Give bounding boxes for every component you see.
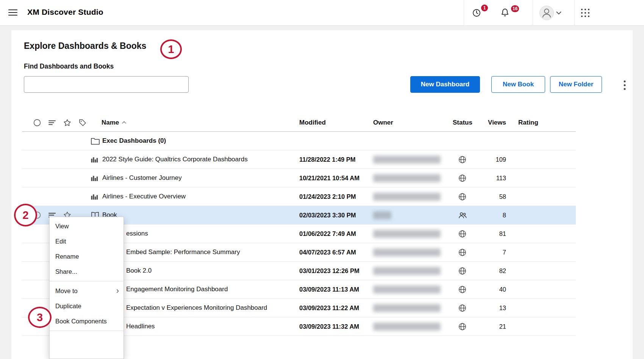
context-menu: ViewEditRenameShare...Move to›DuplicateB… — [49, 217, 124, 359]
public-globe-icon — [458, 158, 466, 165]
row-status-cell — [441, 286, 477, 293]
dashboard-icon — [91, 193, 101, 200]
row-owner-cell — [366, 211, 441, 219]
row-name-text: 2022 Style Guide: Qualtrics Corporate Da… — [102, 156, 248, 163]
menu-item-share[interactable]: Share... — [50, 264, 123, 279]
search-input[interactable] — [24, 76, 189, 93]
row-modified-cell: 03/09/2023 11:13 AM — [288, 286, 366, 293]
table-row[interactable]: Airlines - Customer Journey10/21/2021 10… — [22, 169, 576, 187]
row-views-cell: 81 — [477, 230, 507, 237]
row-views-cell: 13 — [477, 304, 507, 312]
row-modified-cell: 04/07/2023 6:57 AM — [288, 249, 366, 256]
owner-name-blurred — [373, 304, 441, 312]
table-row[interactable]: 2022 Style Guide: Qualtrics Corporate Da… — [22, 150, 576, 169]
menu-item-view[interactable]: View — [50, 219, 123, 234]
select-all-circle-icon[interactable] — [33, 119, 41, 126]
row-name-cell[interactable]: Exec Dashboards (0) — [88, 137, 288, 145]
search-label: Find Dashboards and Books — [24, 62, 114, 70]
row-owner-cell — [366, 230, 441, 238]
annotation-circle-2: 2 — [14, 204, 37, 226]
row-views-cell: 7 — [477, 249, 507, 256]
row-status-cell — [441, 267, 477, 275]
hamburger-menu-icon[interactable] — [8, 9, 17, 16]
public-globe-icon — [458, 195, 466, 202]
row-status-cell — [441, 174, 477, 182]
dashboard-icon — [91, 175, 101, 181]
new-book-button[interactable]: New Book — [491, 76, 545, 93]
row-modified-cell: 02/03/2023 3:30 PM — [288, 212, 366, 219]
more-options-kebab-icon[interactable] — [619, 80, 630, 91]
owner-name-blurred — [373, 156, 441, 164]
public-globe-icon — [458, 325, 466, 332]
row-name-text: Airlines - Executive Overview — [102, 193, 186, 200]
menu-item-label: View — [55, 223, 69, 230]
page-title: Explore Dashboards & Books — [24, 41, 146, 51]
column-header-name[interactable]: Name — [88, 119, 288, 126]
tag-filter-icon[interactable] — [79, 119, 86, 126]
row-name-text: Exec Dashboards (0) — [102, 137, 166, 145]
row-status-cell — [441, 156, 477, 164]
row-status-cell — [441, 323, 477, 331]
row-status-cell — [441, 248, 477, 256]
alerts-clock-icon[interactable] — [472, 8, 481, 17]
user-avatar[interactable] — [539, 6, 554, 20]
menu-divider — [50, 281, 123, 281]
avatar-chevron-down-icon[interactable] — [556, 11, 561, 15]
menu-item-label: Edit — [55, 238, 66, 245]
new-dashboard-button[interactable]: New Dashboard — [410, 76, 480, 93]
filter-lines-icon[interactable] — [48, 120, 56, 126]
row-modified-cell: 11/28/2022 1:49 PM — [288, 156, 366, 163]
screen: XM Discover Studio 1 16 Explore Dashboar… — [0, 0, 644, 359]
menu-item-move-to[interactable]: Move to› — [50, 283, 123, 298]
row-name-text: Book 2.0 — [126, 267, 152, 275]
row-name-text: essions — [126, 230, 148, 237]
menu-item-duplicate[interactable]: Duplicate — [50, 298, 123, 314]
star-filter-icon[interactable] — [63, 119, 71, 126]
row-modified-cell: 10/21/2021 10:54 AM — [288, 175, 366, 182]
owner-name-blurred — [373, 211, 391, 219]
owner-name-blurred — [373, 248, 441, 256]
row-views-cell: 21 — [477, 323, 507, 330]
table-row[interactable]: Exec Dashboards (0) — [22, 132, 576, 150]
row-status-cell — [441, 230, 477, 238]
row-name-cell[interactable]: 2022 Style Guide: Qualtrics Corporate Da… — [88, 156, 288, 163]
app-switcher-waffle-icon[interactable] — [580, 8, 590, 18]
column-header-views[interactable]: Views — [477, 119, 507, 126]
menu-item-rename[interactable]: Rename — [50, 249, 123, 264]
row-name-cell[interactable]: Airlines - Executive Overview — [88, 193, 288, 200]
row-owner-cell — [366, 174, 441, 182]
column-header-rating[interactable]: Rating — [507, 119, 576, 126]
owner-name-blurred — [373, 230, 441, 238]
table-row[interactable]: Airlines - Executive Overview01/24/2023 … — [22, 187, 576, 206]
menu-item-label: Duplicate — [55, 303, 81, 310]
row-owner-cell — [366, 267, 441, 275]
row-name-text: Engagement Monitoring Dashboard — [126, 286, 228, 293]
public-globe-icon — [458, 177, 466, 183]
new-folder-button[interactable]: New Folder — [550, 76, 602, 93]
menu-item-book-components[interactable]: Book Components — [50, 314, 123, 329]
notifications-bell-icon[interactable] — [500, 8, 510, 17]
row-modified-cell: 03/09/2023 11:22 AM — [288, 304, 366, 312]
row-owner-cell — [366, 323, 441, 331]
menu-item-edit[interactable]: Edit — [50, 234, 123, 249]
notifications-badge: 16 — [511, 5, 519, 12]
row-modified-cell: 01/24/2023 2:10 PM — [288, 193, 366, 200]
row-name-text: Embed Sample: Performance Summary — [126, 248, 240, 256]
menu-item-label: Book Components — [55, 318, 107, 325]
sort-ascending-icon — [122, 121, 126, 124]
column-header-modified[interactable]: Modified — [288, 119, 366, 126]
owner-name-blurred — [373, 193, 441, 201]
annotation-circle-3: 3 — [28, 307, 52, 328]
row-modified-cell: 03/09/2023 11:32 AM — [288, 323, 366, 330]
menu-item-label: Move to — [55, 287, 78, 295]
row-owner-cell — [366, 248, 441, 256]
app-title: XM Discover Studio — [27, 8, 103, 17]
column-header-owner[interactable]: Owner — [366, 119, 441, 126]
row-name-cell[interactable]: Airlines - Customer Journey — [88, 174, 288, 182]
public-globe-icon — [458, 251, 466, 258]
topbar-divider — [464, 0, 464, 26]
public-globe-icon — [458, 233, 466, 239]
owner-name-blurred — [373, 323, 441, 331]
public-globe-icon — [458, 307, 466, 313]
column-header-status[interactable]: Status — [441, 119, 477, 126]
